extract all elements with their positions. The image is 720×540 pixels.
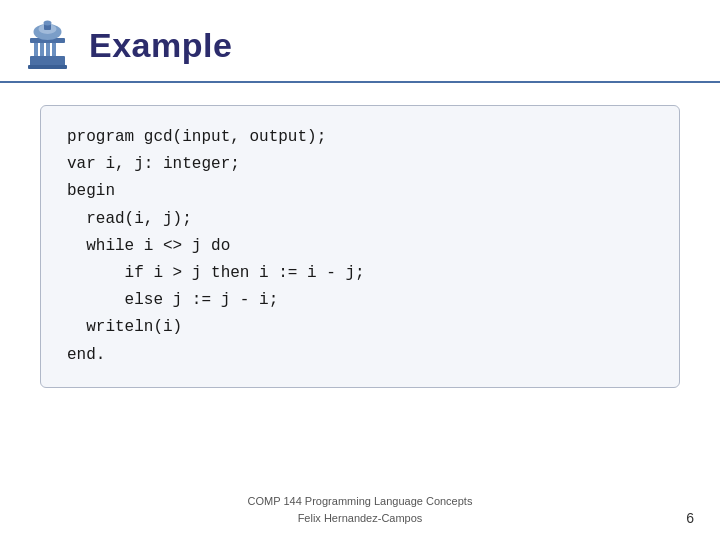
code-block: program gcd(input, output); var i, j: in… [67, 124, 653, 369]
svg-rect-10 [28, 65, 67, 69]
footer: COMP 144 Programming Language Concepts F… [0, 493, 720, 526]
code-line-8: writeln(i) [67, 318, 182, 336]
svg-rect-4 [52, 42, 56, 56]
slide-title: Example [89, 26, 232, 65]
svg-point-9 [44, 21, 52, 26]
slide-number: 6 [686, 510, 694, 526]
code-line-5: while i <> j do [67, 237, 230, 255]
footer-line2: Felix Hernandez-Campos [0, 510, 720, 527]
code-line-4: read(i, j); [67, 210, 192, 228]
svg-rect-2 [40, 42, 44, 56]
slide-header: Example [0, 0, 720, 83]
unc-logo [20, 18, 75, 73]
footer-line1: COMP 144 Programming Language Concepts [0, 493, 720, 510]
svg-rect-1 [34, 42, 38, 56]
code-line-2: var i, j: integer; [67, 155, 240, 173]
code-container: program gcd(input, output); var i, j: in… [40, 105, 680, 388]
svg-rect-0 [30, 56, 65, 66]
code-line-3: begin [67, 182, 115, 200]
code-line-6: if i > j then i := i - j; [67, 264, 365, 282]
code-line-9: end. [67, 346, 105, 364]
svg-rect-3 [46, 42, 50, 56]
code-line-1: program gcd(input, output); [67, 128, 326, 146]
code-line-7: else j := j - i; [67, 291, 278, 309]
slide: Example program gcd(input, output); var … [0, 0, 720, 540]
